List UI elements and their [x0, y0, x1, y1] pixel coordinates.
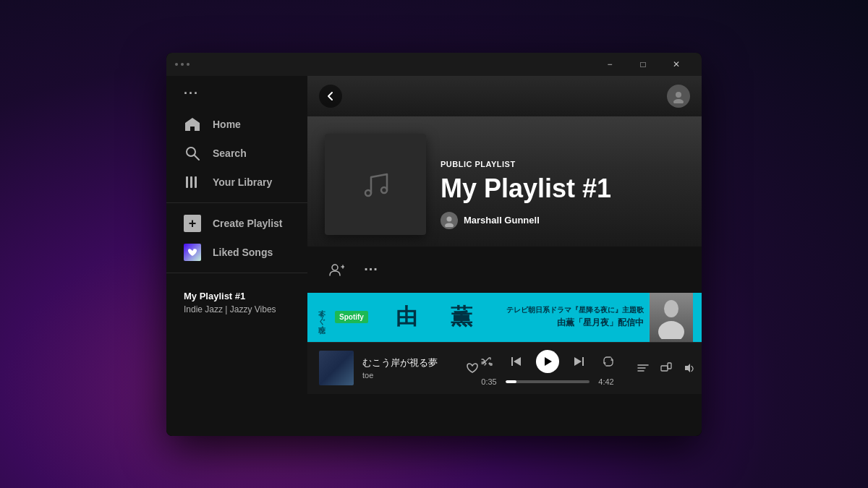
player-extra [617, 359, 702, 377]
track-title: むこう岸が視る夢 [362, 356, 458, 369]
svg-point-11 [332, 265, 338, 270]
create-playlist-item[interactable]: + Create Playlist [166, 209, 307, 238]
sidebar-home-label: Home [213, 119, 241, 130]
home-icon [184, 116, 201, 133]
action-bar: ··· [307, 247, 702, 293]
playlist-cover [325, 134, 426, 235]
track-artist: toe [362, 371, 458, 380]
sidebar-library-label: Your Library [213, 176, 272, 188]
title-bar-dots [175, 63, 190, 66]
player-controls: 0:35 4:42 [478, 350, 617, 386]
owner-avatar [441, 212, 458, 229]
ad-person-image [650, 293, 693, 342]
title-bar-dot [187, 63, 190, 66]
sidebar-more[interactable]: ··· [166, 82, 307, 110]
track-image [319, 351, 354, 385]
time-current: 0:35 [478, 377, 500, 386]
playlist-list-subtitle: Indie Jazz | Jazzy Vibes [184, 304, 290, 314]
play-button[interactable] [536, 350, 559, 373]
svg-rect-2 [186, 176, 188, 188]
svg-point-5 [676, 92, 681, 98]
more-icon: ··· [184, 86, 199, 101]
playlist-header: Public Playlist My Playlist #1 Marshall … [307, 116, 702, 247]
player-bar: むこう岸が視る夢 toe [307, 342, 702, 394]
more-options-button[interactable]: ··· [359, 258, 383, 281]
ad-sub-text: テレビ朝日系ドラマ『星降る夜に』主題歌 [506, 305, 644, 315]
svg-marker-17 [514, 357, 521, 366]
liked-songs-label: Liked Songs [213, 247, 273, 258]
repeat-button[interactable] [600, 353, 617, 370]
sidebar-item-search[interactable]: Search [166, 139, 307, 168]
sidebar: ··· Home Search [166, 76, 307, 436]
app-window: − □ ✕ ··· Home [166, 53, 702, 436]
user-avatar[interactable] [667, 85, 690, 108]
progress-fill [506, 380, 516, 383]
sidebar-item-home[interactable]: Home [166, 110, 307, 139]
library-icon [184, 174, 201, 191]
ad-sub-text2: 由薫「星月夜」配信中 [557, 317, 644, 329]
time-total: 4:42 [595, 377, 617, 386]
progress-track[interactable] [506, 380, 590, 383]
svg-marker-20 [574, 357, 582, 366]
add-user-button[interactable] [325, 258, 348, 281]
previous-button[interactable] [507, 353, 524, 370]
sidebar-search-label: Search [213, 147, 247, 159]
player-track: むこう岸が視る夢 toe [319, 351, 478, 385]
track-thumbnail [319, 351, 354, 385]
svg-point-0 [187, 147, 195, 156]
playlist-info: Public Playlist My Playlist #1 Marshall … [441, 160, 684, 235]
svg-rect-24 [661, 366, 668, 371]
playlist-owner: Marshall Gunnell [441, 212, 684, 229]
playlist-title: My Playlist #1 [441, 174, 684, 203]
svg-point-8 [381, 187, 387, 193]
heart-button[interactable] [467, 363, 478, 373]
svg-marker-26 [685, 364, 690, 372]
create-playlist-label: Create Playlist [213, 218, 283, 229]
main-content: Public Playlist My Playlist #1 Marshall … [307, 76, 702, 436]
shuffle-button[interactable] [478, 353, 495, 370]
ad-banner: 今すぐ聴く Spotify 由 薫 テレビ朝日系ドラマ『星降る夜に』主題歌 由薫… [307, 293, 702, 342]
svg-rect-4 [195, 176, 197, 188]
top-bar [307, 76, 702, 116]
close-button[interactable]: ✕ [660, 53, 693, 76]
queue-button[interactable] [634, 359, 652, 377]
svg-point-7 [365, 190, 371, 196]
svg-point-15 [658, 321, 684, 339]
track-info: むこう岸が視る夢 toe [362, 356, 458, 380]
svg-marker-18 [545, 357, 552, 366]
spotify-logo: Spotify [335, 311, 368, 323]
ad-banner-inner: 今すぐ聴く Spotify 由 薫 テレビ朝日系ドラマ『星降る夜に』主題歌 由薫… [307, 293, 702, 342]
volume-button[interactable] [681, 359, 698, 377]
svg-point-10 [445, 223, 454, 227]
title-bar-controls: − □ ✕ [593, 53, 693, 76]
playlist-type-label: Public Playlist [441, 160, 684, 168]
ad-main-text: 由 薫 [374, 302, 501, 332]
create-playlist-icon: + [184, 215, 201, 232]
playlist-list-title: My Playlist #1 [184, 291, 290, 301]
owner-name: Marshall Gunnell [464, 215, 540, 226]
playlist-section[interactable]: My Playlist #1 Indie Jazz | Jazzy Vibes [166, 279, 307, 320]
controls-buttons [478, 350, 617, 373]
minimize-button[interactable]: − [593, 53, 626, 76]
ad-right-content: テレビ朝日系ドラマ『星降る夜に』主題歌 由薫「星月夜」配信中 [506, 305, 644, 329]
svg-rect-3 [190, 176, 192, 188]
sidebar-divider-2 [166, 273, 307, 273]
title-bar-dot [175, 63, 178, 66]
app-body: ··· Home Search [166, 76, 702, 436]
back-button[interactable] [319, 85, 342, 108]
maximize-button[interactable]: □ [626, 53, 660, 76]
search-icon [184, 145, 201, 162]
liked-songs-icon [184, 244, 201, 261]
svg-point-14 [664, 300, 678, 317]
sidebar-item-library[interactable]: Your Library [166, 168, 307, 197]
svg-line-1 [195, 155, 199, 160]
nav-divider [166, 202, 307, 203]
next-button[interactable] [571, 353, 588, 370]
svg-point-9 [447, 216, 452, 221]
title-bar-dot [181, 63, 184, 66]
devices-button[interactable] [658, 359, 675, 377]
liked-songs-item[interactable]: Liked Songs [166, 238, 307, 267]
music-note-icon [358, 167, 393, 202]
title-bar: − □ ✕ [166, 53, 702, 76]
svg-point-6 [673, 99, 684, 103]
